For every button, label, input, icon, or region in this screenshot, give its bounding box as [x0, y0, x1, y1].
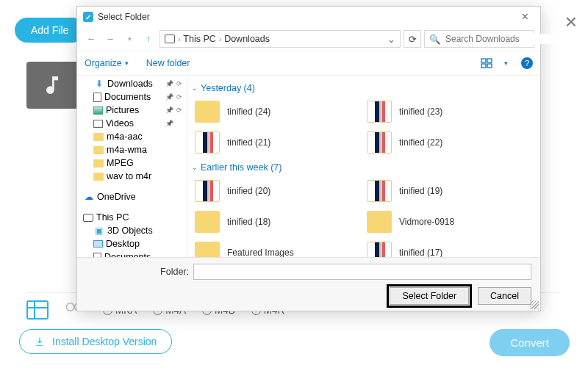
list-item[interactable]: tinified (23) — [364, 96, 536, 127]
folder-label: Folder: — [86, 267, 189, 277]
tree-videos[interactable]: Videos — [77, 117, 187, 130]
list-item[interactable]: Featured Images — [192, 237, 364, 257]
search-input[interactable]: 🔍 — [424, 30, 534, 48]
tree-pictures[interactable]: Pictures — [77, 104, 187, 117]
dialog-app-icon: ✓ — [83, 12, 93, 22]
tree-documents[interactable]: Documents — [77, 250, 187, 257]
cancel-button[interactable]: Cancel — [478, 287, 531, 305]
dialog-title: Select Folder — [98, 12, 150, 22]
list-item[interactable]: Vidmore-0918 — [364, 206, 536, 237]
svg-point-0 — [66, 303, 74, 311]
breadcrumb[interactable]: › This PC › Downloads ⌄ — [159, 30, 401, 48]
list-item[interactable]: tinified (24) — [192, 96, 364, 127]
svg-rect-4 — [481, 64, 486, 68]
nav-back-icon[interactable]: ← — [83, 31, 99, 47]
resize-grip-icon[interactable] — [530, 300, 539, 309]
nav-recent-icon[interactable]: ▾ — [121, 31, 137, 47]
install-desktop-button[interactable]: Install Desktop Version — [19, 329, 172, 354]
list-item[interactable]: tinified (22) — [364, 127, 536, 158]
folder-name-input[interactable] — [193, 264, 531, 280]
organize-menu[interactable]: Organize ▾ — [85, 58, 129, 68]
tree-folder[interactable]: MPEG — [77, 156, 187, 170]
new-folder-button[interactable]: New folder — [146, 58, 190, 68]
tree-folder[interactable]: wav to m4r — [77, 170, 187, 183]
nav-forward-icon: → — [102, 31, 118, 47]
tree-folder[interactable]: m4a-aac — [77, 130, 187, 143]
select-folder-dialog: ✓ Select Folder × ← → ▾ ↑ › This PC › Do… — [76, 6, 541, 311]
folder-list[interactable]: ⌄Yesterday (4) tinified (24) tinified (2… — [187, 76, 540, 257]
list-item[interactable]: tinified (20) — [192, 176, 364, 206]
refresh-icon[interactable]: ⟳ — [404, 30, 421, 48]
list-item[interactable]: tinified (19) — [364, 176, 536, 206]
list-item[interactable]: tinified (21) — [192, 127, 364, 158]
folder-tree[interactable]: ⬇Downloads Documents Pictures Videos m4a… — [77, 76, 187, 257]
select-folder-button[interactable]: Select Folder — [390, 287, 469, 305]
svg-rect-5 — [487, 64, 492, 68]
tree-downloads[interactable]: ⬇Downloads — [77, 77, 187, 90]
list-item[interactable]: tinified (18) — [192, 206, 364, 237]
dialog-close-icon[interactable]: × — [516, 9, 534, 25]
list-item[interactable]: tinified (17) — [364, 237, 536, 257]
view-mode-icon[interactable] — [478, 56, 495, 71]
tree-this-pc[interactable]: This PC — [77, 211, 187, 224]
group-header[interactable]: ⌄Yesterday (4) — [192, 83, 536, 93]
add-file-button[interactable]: Add File — [15, 18, 85, 43]
svg-rect-2 — [481, 59, 486, 62]
view-dropdown-icon[interactable]: ▾ — [498, 56, 514, 71]
svg-rect-3 — [487, 59, 492, 62]
tree-documents[interactable]: Documents — [77, 90, 187, 104]
tree-folder[interactable]: m4a-wma — [77, 143, 187, 156]
nav-up-icon[interactable]: ↑ — [140, 31, 157, 47]
tree-3d-objects[interactable]: ▣3D Objects — [77, 224, 187, 237]
help-icon[interactable]: ? — [521, 57, 533, 69]
pc-icon — [165, 35, 175, 43]
group-header[interactable]: ⌄Earlier this week (7) — [192, 162, 536, 173]
tree-onedrive[interactable]: ☁OneDrive — [77, 190, 187, 203]
convert-button[interactable]: Convert — [490, 329, 570, 356]
video-format-icon[interactable] — [26, 300, 49, 320]
search-icon: 🔍 — [429, 34, 441, 45]
chevron-down-icon[interactable]: ⌄ — [387, 34, 395, 45]
music-thumbnail — [26, 62, 78, 109]
app-close-icon[interactable]: × — [565, 10, 577, 34]
tree-desktop[interactable]: Desktop — [77, 237, 187, 250]
